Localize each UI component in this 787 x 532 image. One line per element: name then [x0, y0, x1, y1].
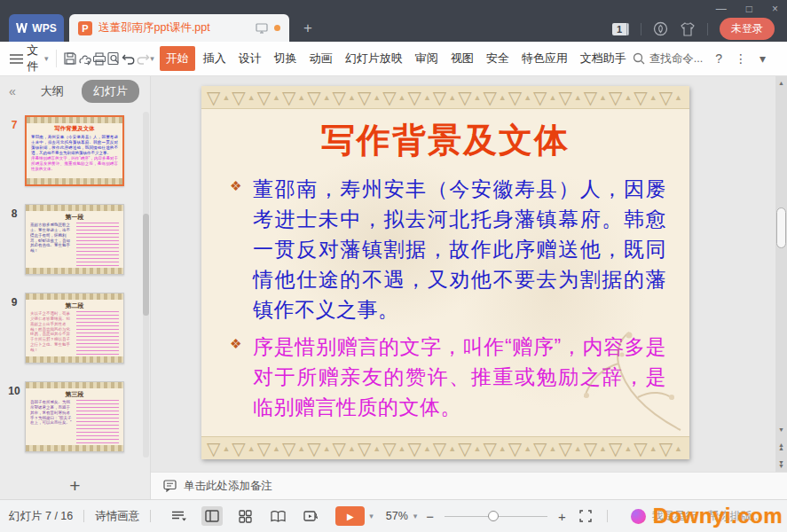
- help-button[interactable]: ?: [715, 51, 722, 66]
- collapse-ribbon-icon[interactable]: ▾: [759, 51, 766, 66]
- menu-tab-幻灯片放映[interactable]: 幻灯片放映: [339, 46, 409, 71]
- statusbar-divider: [83, 510, 84, 522]
- theme-name[interactable]: 诗情画意: [95, 509, 139, 524]
- next-slide-icon[interactable]: ▼▼: [775, 461, 787, 468]
- slide-number: 7: [4, 115, 25, 186]
- menu-tab-视图[interactable]: 视图: [445, 46, 480, 71]
- thumbnail-scrollbar[interactable]: [143, 112, 149, 458]
- skin-tshirt-icon[interactable]: [680, 22, 696, 36]
- tab-outline[interactable]: 大纲: [41, 83, 64, 99]
- main-area: « 大纲 幻灯片 7写作背景及文体董邵南，寿州安丰（今安徽寿县）人，因屡考进士未…: [0, 76, 787, 472]
- find-command-label: 查找命令...: [649, 51, 703, 66]
- promotion-icon[interactable]: [653, 21, 668, 36]
- print-preview-button[interactable]: [106, 48, 121, 69]
- slide-number: 10: [4, 381, 25, 452]
- tab-slides[interactable]: 幻灯片: [82, 80, 139, 103]
- zoom-caret-icon[interactable]: ▾: [413, 512, 418, 520]
- play-slideshow-button[interactable]: ▶: [335, 506, 365, 526]
- collapse-sidebar-icon[interactable]: «: [9, 84, 16, 98]
- slide-number: 8: [4, 204, 25, 275]
- toolbar-divider: [56, 50, 57, 67]
- slide-thumbnail-9[interactable]: 第二段夫以子之不遇时，苟慕义强仁者皆爱惜焉。矧燕赵之士出乎其性者哉！然吾尝闻风俗…: [25, 293, 124, 364]
- zoom-in-button[interactable]: +: [555, 509, 570, 524]
- scroll-down-icon[interactable]: ▼: [775, 426, 787, 433]
- notes-toggle-icon[interactable]: [169, 506, 190, 526]
- hamburger-menu-icon[interactable]: [9, 48, 23, 69]
- ppt-file-icon: P: [78, 21, 92, 35]
- document-tab[interactable]: P 送董邵南序ppt课件.ppt: [69, 14, 289, 42]
- undo-button[interactable]: [122, 48, 136, 69]
- fit-to-window-icon[interactable]: [575, 506, 596, 526]
- file-menu[interactable]: 文件: [27, 43, 43, 74]
- notes-bar[interactable]: 单击此处添加备注: [151, 472, 787, 499]
- print-button[interactable]: [92, 48, 106, 69]
- slide-number: 9: [4, 293, 25, 364]
- menu-tab-特色应用[interactable]: 特色应用: [515, 46, 574, 71]
- zoom-out-button[interactable]: −: [422, 509, 437, 524]
- slide-bottom-border-pattern: ▽▲▽▲▽▲▽▲▽▲▽▲▽▲▽▲▽▲▽▲▽▲▽▲▽▲▽▲▽▲▽▲▽▲▽▲▽▲: [201, 436, 689, 459]
- menu-tab-设计[interactable]: 设计: [232, 46, 268, 71]
- open-documents-badge[interactable]: 1: [612, 23, 629, 35]
- scroll-up-icon[interactable]: ▲: [775, 80, 787, 86]
- file-menu-caret-icon[interactable]: ▾: [44, 54, 49, 63]
- wps-presentation-window: — □ × WPS P 送董邵南序ppt课件.ppt + 1: [0, 0, 787, 532]
- notes-placeholder: 单击此处添加备注: [184, 479, 272, 494]
- slide-thumbnail-row: 9第二段夫以子之不遇时，苟慕义强仁者皆爱惜焉。矧燕赵之士出乎其性者哉！然吾尝闻风…: [0, 293, 150, 364]
- vertical-scrollbar[interactable]: ▲ ▼ ▲▲ ▼▼: [775, 76, 787, 472]
- document-tab-title: 送董邵南序ppt课件.ppt: [98, 20, 249, 35]
- quick-access-caret-icon[interactable]: ▾: [150, 54, 154, 63]
- slide-thumbnail-row: 7写作背景及文体董邵南，寿州安丰（今安徽寿县）人，因屡考进士未中，拟去河北托身藩…: [0, 115, 150, 186]
- slide-sorter-view-button[interactable]: [234, 506, 256, 526]
- save-button[interactable]: [63, 48, 77, 69]
- menu-tab-安全[interactable]: 安全: [480, 46, 515, 71]
- menu-tab-审阅[interactable]: 审阅: [409, 46, 445, 71]
- titlebar-divider: [641, 23, 641, 35]
- titlebar: — □ × WPS P 送董邵南序ppt课件.ppt + 1: [0, 0, 787, 42]
- slideshow-settings-icon[interactable]: [300, 506, 321, 526]
- slide-thumbnail-8[interactable]: 第一段燕赵古称多感慨悲歌之士。董生举进士，连不得志于有司，怀抱利器，郁郁适兹土，…: [25, 204, 124, 275]
- minimize-button[interactable]: —: [716, 3, 727, 15]
- statusbar-divider: [607, 510, 608, 522]
- new-tab-button[interactable]: +: [303, 20, 312, 37]
- statusbar-divider: [150, 510, 151, 522]
- menu-tab-插入[interactable]: 插入: [197, 46, 232, 71]
- slide-thumbnail-row: 10第三段吾因子有所感矣。为我吊望诸君之墓，而观于其市，复有昔时屠狗者乎？为我谢…: [0, 381, 150, 452]
- zoom-slider[interactable]: [445, 510, 547, 522]
- slide-thumbnail-10[interactable]: 第三段吾因子有所感矣。为我吊望诸君之墓，而观于其市，复有昔时屠狗者乎？为我谢曰：…: [25, 381, 124, 452]
- slide-thumbnail-7[interactable]: 写作背景及文体董邵南，寿州安丰（今安徽寿县）人，因屡考进士未中，拟去河北托身藩镇…: [25, 115, 124, 186]
- slide-bullet[interactable]: ❖董邵南，寿州安丰（今安徽寿县）人，因屡考进士未中，拟去河北托身藩镇幕府。韩愈一…: [228, 174, 666, 325]
- wps-logo-icon: [16, 23, 28, 33]
- slide-title[interactable]: 写作背景及文体: [201, 118, 689, 163]
- bullet-text: 董邵南，寿州安丰（今安徽寿县）人，因屡考进士未中，拟去河北托身藩镇幕府。韩愈一贯…: [253, 174, 666, 325]
- wps-home-tab[interactable]: WPS: [9, 14, 64, 42]
- close-button[interactable]: ×: [772, 3, 778, 15]
- find-command-box[interactable]: 查找命令...: [633, 51, 703, 66]
- thumbnail-title: 写作背景及文体: [27, 125, 122, 133]
- menu-tab-开始[interactable]: 开始: [160, 46, 195, 71]
- add-slide-button[interactable]: +: [69, 475, 80, 497]
- zoom-level[interactable]: 57%: [386, 510, 408, 522]
- menu-tab-切换[interactable]: 切换: [268, 46, 303, 71]
- scrollbar-thumb[interactable]: [776, 207, 786, 248]
- zoom-slider-knob[interactable]: [488, 511, 499, 521]
- maximize-button[interactable]: □: [746, 3, 752, 15]
- thumbnail-title: 第三段: [26, 390, 123, 399]
- thumbnail-title: 第二段: [26, 301, 123, 310]
- normal-view-button[interactable]: [201, 506, 223, 526]
- more-options-icon[interactable]: ⋮: [735, 51, 747, 66]
- reading-view-button[interactable]: [267, 506, 288, 526]
- titlebar-divider: [707, 23, 708, 35]
- notes-bubble-icon: [163, 480, 177, 492]
- slide-editing-area: ▽▲▽▲▽▲▽▲▽▲▽▲▽▲▽▲▽▲▽▲▽▲▽▲▽▲▽▲▽▲▽▲▽▲▽▲▽▲ 写…: [151, 76, 787, 472]
- login-button[interactable]: 未登录: [720, 18, 775, 40]
- menu-tab-动画[interactable]: 动画: [303, 46, 339, 71]
- export-pdf-button[interactable]: [78, 48, 92, 69]
- slide-canvas[interactable]: ▽▲▽▲▽▲▽▲▽▲▽▲▽▲▽▲▽▲▽▲▽▲▽▲▽▲▽▲▽▲▽▲▽▲▽▲▽▲ 写…: [201, 86, 689, 459]
- previous-slide-icon[interactable]: ▲▲: [775, 443, 787, 450]
- search-icon: [633, 52, 645, 65]
- toolbar: 文件 ▾ ▾ 开始插入设计切换动画幻灯片放映审阅视图安全特色应用文档助手 查找命…: [0, 42, 787, 76]
- play-options-caret-icon[interactable]: ▾: [369, 512, 374, 520]
- menu-tab-文档助手[interactable]: 文档助手: [574, 46, 633, 71]
- redo-button[interactable]: [136, 48, 150, 69]
- ribbon-menu-tabs: 开始插入设计切换动画幻灯片放映审阅视图安全特色应用文档助手: [160, 46, 633, 71]
